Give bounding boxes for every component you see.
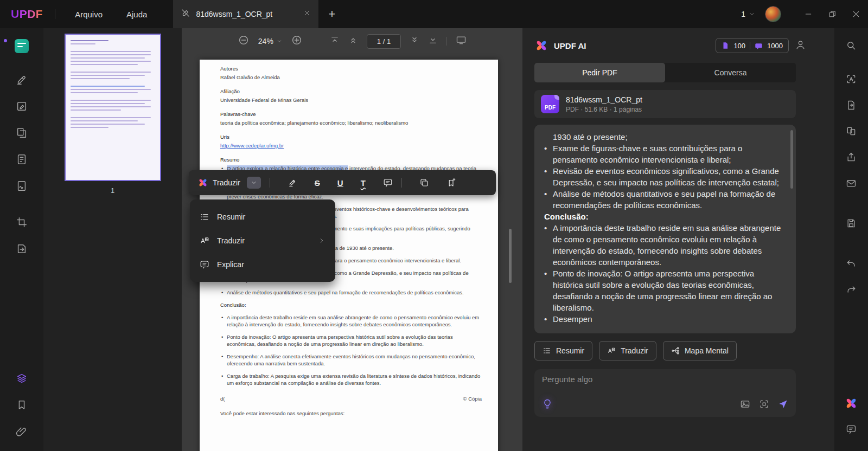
minimize-button[interactable] bbox=[796, 0, 820, 28]
viewer-scrollbar[interactable] bbox=[509, 229, 512, 283]
flag-plus-icon bbox=[446, 178, 456, 188]
account-icon[interactable] bbox=[795, 40, 806, 52]
traduzir-chip[interactable]: Traduzir bbox=[599, 341, 656, 360]
sign-tool-button[interactable] bbox=[10, 176, 34, 196]
ocr-button[interactable] bbox=[840, 69, 862, 89]
previous-page-button[interactable] bbox=[348, 35, 358, 47]
organize-pages-button[interactable] bbox=[10, 123, 34, 143]
scroll-to-bottom-button[interactable] bbox=[428, 35, 438, 47]
tab-conversa[interactable]: Conversa bbox=[665, 63, 796, 82]
undo-button[interactable] bbox=[840, 254, 862, 273]
tab-close-icon[interactable] bbox=[303, 9, 311, 19]
insert-image-icon[interactable] bbox=[740, 399, 750, 411]
edit-icon bbox=[16, 100, 28, 112]
menu-item-label: Traduzir bbox=[217, 236, 245, 245]
ai-action-dropdown[interactable] bbox=[247, 177, 261, 189]
presentation-mode-button[interactable] bbox=[456, 35, 467, 48]
extract-button[interactable] bbox=[840, 95, 862, 115]
menu-ajuda[interactable]: Ajuda bbox=[114, 10, 159, 19]
share-button[interactable] bbox=[840, 147, 862, 167]
add-bookmark-button[interactable] bbox=[446, 178, 456, 188]
credits-badge[interactable]: 100 1000 bbox=[716, 38, 789, 53]
quick-actions: Resumir Traduzir Mapa Mental bbox=[534, 341, 834, 360]
search-button[interactable] bbox=[840, 36, 862, 55]
zoom-level-dropdown[interactable]: 24% bbox=[258, 37, 282, 46]
field-label: Resumo bbox=[220, 156, 482, 163]
strikethrough-button[interactable]: S bbox=[315, 178, 320, 188]
window-count-dropdown[interactable]: 1 bbox=[741, 10, 755, 18]
copy-button[interactable] bbox=[419, 178, 429, 188]
field-label: Autores bbox=[220, 65, 482, 72]
divider bbox=[270, 178, 270, 188]
tab-title: 81d6wssm_1_OCR_pt bbox=[196, 10, 298, 18]
screenshot-icon[interactable] bbox=[759, 399, 769, 411]
resumir-chip[interactable]: Resumir bbox=[534, 341, 592, 360]
ai-panel-title: UPDF AI bbox=[554, 41, 586, 50]
zoom-out-button[interactable] bbox=[238, 34, 250, 48]
document-link[interactable]: http://www.cedeplar.ufmg.br bbox=[220, 142, 482, 149]
comment-tool-icon bbox=[15, 39, 29, 53]
chip-label: Mapa Mental bbox=[685, 346, 729, 355]
chevron-down-icon bbox=[277, 38, 282, 44]
field-value: Rafael Galvão de Almeida bbox=[220, 74, 482, 81]
edit-tool-button[interactable] bbox=[10, 96, 34, 117]
layers-tool-button[interactable] bbox=[10, 368, 34, 389]
convert-tool-button[interactable] bbox=[10, 239, 34, 259]
tab-pedir-pdf[interactable]: Pedir PDF bbox=[534, 63, 665, 82]
save-button[interactable] bbox=[840, 214, 862, 233]
zoom-in-button[interactable] bbox=[291, 34, 303, 48]
message-bullet: •Ponto de inovação: O artigo apresenta u… bbox=[544, 268, 786, 313]
maximize-button[interactable] bbox=[820, 0, 844, 28]
main-area: 1 24% bbox=[0, 28, 868, 451]
thumbnail-panel: 1 bbox=[43, 28, 182, 451]
ask-toolbar bbox=[542, 398, 788, 411]
form-tool-button[interactable] bbox=[10, 149, 34, 170]
document-tab[interactable]: 81d6wssm_1_OCR_pt bbox=[173, 0, 318, 28]
file-name: 81d6wssm_1_OCR_pt bbox=[566, 95, 642, 104]
attachment-tool-button[interactable] bbox=[10, 421, 34, 442]
annotate-tool-button[interactable] bbox=[10, 69, 34, 90]
menu-item-traduzir[interactable]: Traduzir bbox=[190, 229, 335, 253]
close-button[interactable] bbox=[844, 0, 868, 28]
highlight-button[interactable] bbox=[288, 178, 297, 188]
next-page-button[interactable] bbox=[410, 35, 419, 47]
mapa-mental-chip[interactable]: Mapa Mental bbox=[663, 341, 737, 360]
scroll-to-top-button[interactable] bbox=[330, 35, 340, 47]
ai-translate-button[interactable]: Traduzir bbox=[213, 178, 240, 187]
chevron-down-icon bbox=[749, 11, 755, 17]
underline-button[interactable]: U bbox=[337, 178, 343, 188]
search-icon bbox=[846, 40, 857, 51]
crop-tool-button[interactable] bbox=[10, 212, 34, 233]
chip-label: Traduzir bbox=[621, 346, 648, 355]
squiggly-underline-button[interactable]: T bbox=[361, 178, 366, 188]
field-label: Afiliação bbox=[220, 88, 482, 95]
doc-bullet: A importância deste trabalho reside em s… bbox=[220, 314, 482, 328]
mail-button[interactable] bbox=[840, 173, 862, 193]
page-thumbnail[interactable] bbox=[65, 34, 161, 181]
bookmark-tool-button[interactable] bbox=[10, 395, 34, 415]
file-card[interactable]: PDF 81d6wssm_1_OCR_pt PDF · 51.6 KB · 1 … bbox=[534, 90, 796, 118]
send-icon[interactable] bbox=[778, 399, 788, 411]
page-indicator[interactable]: 1 / 1 bbox=[367, 34, 401, 49]
ask-box bbox=[534, 369, 796, 417]
message-scrollbar[interactable] bbox=[790, 130, 793, 189]
left-toolbar bbox=[0, 28, 43, 451]
prompt-ideas-icon[interactable] bbox=[542, 398, 553, 411]
redo-button[interactable] bbox=[840, 280, 862, 299]
comment-button[interactable] bbox=[383, 178, 393, 188]
compare-button[interactable] bbox=[840, 121, 862, 141]
comment-tool-button[interactable] bbox=[10, 36, 34, 56]
updf-ai-button[interactable] bbox=[840, 394, 862, 413]
new-tab-button[interactable]: + bbox=[328, 7, 335, 21]
summarize-icon bbox=[542, 346, 551, 355]
undo-icon bbox=[846, 258, 857, 269]
feedback-icon bbox=[846, 424, 857, 435]
feedback-button[interactable] bbox=[840, 420, 862, 439]
ask-input[interactable] bbox=[542, 375, 781, 384]
menu-item-resumir[interactable]: Resumir bbox=[190, 205, 335, 229]
avatar[interactable] bbox=[765, 6, 781, 22]
menu-arquivo[interactable]: Arquivo bbox=[63, 10, 114, 19]
menu-item-explicar[interactable]: Explicar bbox=[190, 253, 335, 276]
footnote-row: d( © Cópia bbox=[220, 395, 482, 402]
message-line: 1930 até o presente; bbox=[544, 131, 786, 143]
